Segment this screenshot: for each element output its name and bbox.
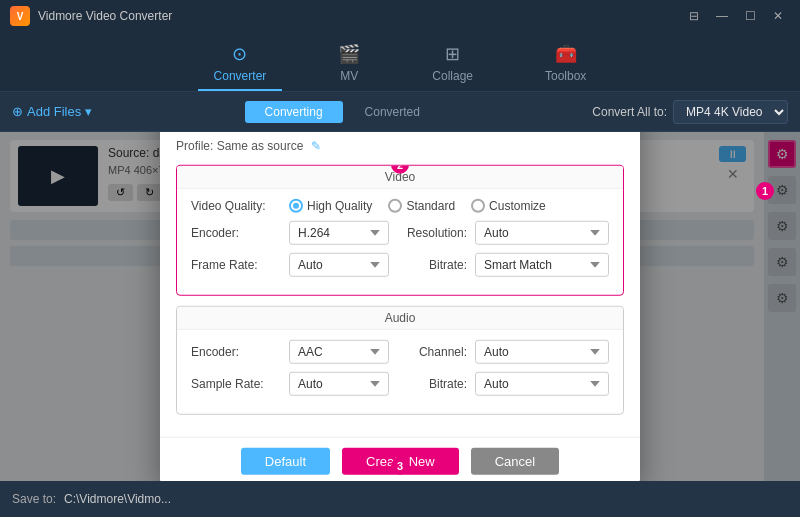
audio-section-content: Encoder: AAC Channel: Auto Sample Rate: [177, 329, 623, 413]
audio-encoder-label: Encoder: [191, 344, 281, 358]
nav-collage[interactable]: ⊞ Collage [416, 37, 489, 91]
quality-customize[interactable]: Customize [471, 198, 546, 212]
maximize-btn[interactable]: ☐ [738, 6, 762, 26]
modal-footer: 3 Default Create New Cancel [160, 436, 640, 481]
quality-customize-label: Customize [489, 198, 546, 212]
framerate-bitrate-row: Frame Rate: Auto Bitrate: Smart Match [191, 252, 609, 276]
video-section: 2 Video Video Quality: High Quality [176, 164, 624, 295]
nav-converter-label: Converter [214, 69, 267, 83]
samplerate-label: Sample Rate: [191, 376, 281, 390]
message-btn[interactable]: ⊟ [682, 6, 706, 26]
bitrate-label: Bitrate: [397, 257, 467, 271]
format-select[interactable]: MP4 4K Video [673, 100, 788, 124]
toolbox-icon: 🧰 [555, 43, 577, 65]
converter-icon: ⊙ [232, 43, 247, 65]
nav-mv-label: MV [340, 69, 358, 83]
quality-label: Video Quality: [191, 198, 281, 212]
window-controls: ⊟ — ☐ ✕ [682, 6, 790, 26]
close-btn[interactable]: ✕ [766, 6, 790, 26]
framerate-select[interactable]: Auto [289, 252, 389, 276]
audio-encoder-select[interactable]: AAC [289, 339, 389, 363]
nav-converter[interactable]: ⊙ Converter [198, 37, 283, 91]
audio-section-title: Audio [177, 306, 623, 329]
convert-all-label: Convert All to: [592, 105, 667, 119]
add-files-button[interactable]: ⊕ Add Files ▾ [12, 104, 92, 119]
radio-standard-dot [388, 198, 402, 212]
profile-row: Profile: Same as source ✎ [176, 138, 624, 152]
main-content: ▶ Source: day in m...ds ●.mp4 ℹ MP4 406×… [0, 132, 800, 481]
channel-select[interactable]: Auto [475, 339, 609, 363]
add-files-label: Add Files [27, 104, 81, 119]
app-icon: V [10, 6, 30, 26]
cancel-button[interactable]: Cancel [471, 447, 559, 474]
profile-label: Profile: Same as source [176, 138, 303, 152]
minimize-btn[interactable]: — [710, 6, 734, 26]
bitrate-select[interactable]: Smart Match [475, 252, 609, 276]
collage-icon: ⊞ [445, 43, 460, 65]
edit-profile-modal: Edit Profile ✕ Profile: Same as source ✎… [160, 132, 640, 481]
title-bar: V Vidmore Video Converter ⊟ — ☐ ✕ [0, 0, 800, 32]
quality-standard[interactable]: Standard [388, 198, 455, 212]
app-title-area: V Vidmore Video Converter [10, 6, 172, 26]
encoder-resolution-row: Encoder: H.264 Resolution: Auto [191, 220, 609, 244]
encoder-label: Encoder: [191, 225, 281, 239]
audio-bitrate-label: Bitrate: [397, 376, 467, 390]
quality-high[interactable]: High Quality [289, 198, 372, 212]
toolbar: ⊕ Add Files ▾ Converting Converted Conve… [0, 92, 800, 132]
nav-bar: ⊙ Converter 🎬 MV ⊞ Collage 🧰 Toolbox [0, 32, 800, 92]
mv-icon: 🎬 [338, 43, 360, 65]
save-label: Save to: [12, 492, 56, 506]
radio-customize-dot [471, 198, 485, 212]
dropdown-arrow-icon: ▾ [85, 104, 92, 119]
video-section-content: Video Quality: High Quality Standard [177, 188, 623, 294]
samplerate-bitrate-row: Sample Rate: Auto Bitrate: Auto [191, 371, 609, 395]
nav-mv[interactable]: 🎬 MV [322, 37, 376, 91]
nav-toolbox[interactable]: 🧰 Toolbox [529, 37, 602, 91]
audio-encoder-channel-row: Encoder: AAC Channel: Auto [191, 339, 609, 363]
app-title: Vidmore Video Converter [38, 9, 172, 23]
quality-radio-group: High Quality Standard Customize [289, 198, 609, 212]
bottom-bar: Save to: C:\Vidmore\Vidmo... [0, 481, 800, 517]
encoder-select[interactable]: H.264 [289, 220, 389, 244]
convert-all-area: Convert All to: MP4 4K Video [592, 100, 788, 124]
samplerate-select[interactable]: Auto [289, 371, 389, 395]
framerate-label: Frame Rate: [191, 257, 281, 271]
nav-collage-label: Collage [432, 69, 473, 83]
modal-body: Profile: Same as source ✎ 2 Video Video … [160, 132, 640, 436]
tab-converted[interactable]: Converted [345, 101, 440, 123]
step-badge-3: 3 [391, 456, 409, 474]
plus-icon: ⊕ [12, 104, 23, 119]
quality-high-label: High Quality [307, 198, 372, 212]
resolution-select[interactable]: Auto [475, 220, 609, 244]
save-path: C:\Vidmore\Vidmo... [64, 492, 788, 506]
default-button[interactable]: Default [241, 447, 330, 474]
nav-toolbox-label: Toolbox [545, 69, 586, 83]
tab-group: Converting Converted [245, 101, 440, 123]
profile-edit-icon[interactable]: ✎ [311, 138, 321, 152]
quality-standard-label: Standard [406, 198, 455, 212]
step-badge-1: 1 [756, 182, 774, 200]
channel-label: Channel: [397, 344, 467, 358]
audio-bitrate-select[interactable]: Auto [475, 371, 609, 395]
tab-converting[interactable]: Converting [245, 101, 343, 123]
audio-section: Audio Encoder: AAC Channel: Auto [176, 305, 624, 414]
resolution-label: Resolution: [397, 225, 467, 239]
radio-high-dot [289, 198, 303, 212]
quality-row: Video Quality: High Quality Standard [191, 198, 609, 212]
